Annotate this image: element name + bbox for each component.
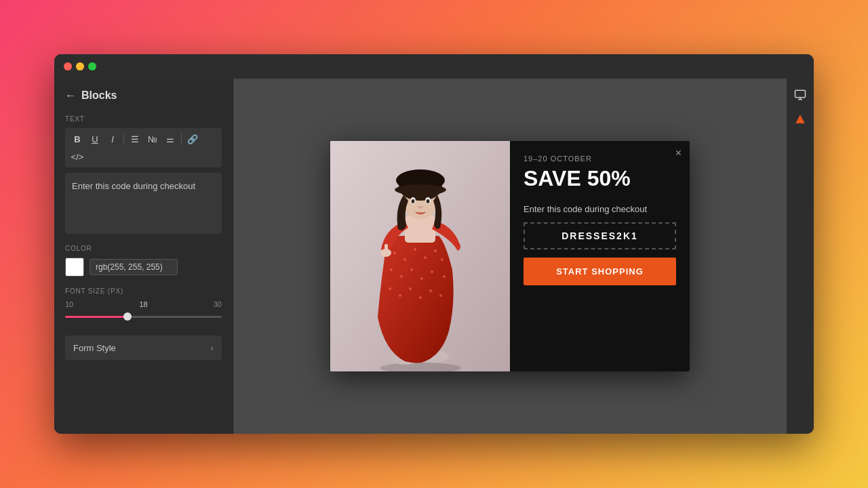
svg-rect-33 <box>795 90 806 98</box>
slider-fill <box>65 316 131 318</box>
svg-point-4 <box>393 251 396 254</box>
font-size-min: 10 <box>65 300 73 308</box>
color-value-input[interactable] <box>90 259 178 275</box>
sidebar-header: ← Blocks <box>65 89 222 102</box>
toolbar-divider-2 <box>181 133 182 145</box>
bold-button[interactable]: B <box>69 131 85 147</box>
svg-point-31 <box>412 199 415 203</box>
svg-point-19 <box>419 296 422 299</box>
unordered-list-button[interactable]: ☰ <box>127 131 143 147</box>
color-row <box>65 258 222 277</box>
color-swatch[interactable] <box>65 258 84 277</box>
slider-thumb[interactable] <box>123 312 132 321</box>
text-section-label: TEXT <box>65 115 222 123</box>
sidebar-title: Blocks <box>81 89 117 102</box>
font-size-current: 18 <box>139 300 147 308</box>
font-size-slider[interactable] <box>65 311 222 322</box>
text-toolbar: B U I ☰ № ⚌ 🔗 </> <box>65 128 222 167</box>
svg-point-15 <box>443 275 446 278</box>
text-editor-area[interactable]: Enter this code during checkout <box>65 173 222 234</box>
font-size-range-labels: 10 18 30 <box>65 300 222 308</box>
popup-modal: × 19–20 OCTOBER SAVE 50% Enter this code… <box>330 141 690 371</box>
svg-point-10 <box>390 268 393 271</box>
svg-rect-22 <box>405 216 435 243</box>
browser-content: ← Blocks TEXT B U I ☰ № ⚌ 🔗 </> Enter th… <box>54 79 814 434</box>
popup-cta-button[interactable]: START SHOPPING <box>524 258 676 285</box>
svg-point-13 <box>420 277 423 280</box>
font-size-section: FONT SIZE (PX) 10 18 30 <box>65 287 222 322</box>
main-canvas: × 19–20 OCTOBER SAVE 50% Enter this code… <box>233 79 787 434</box>
svg-point-21 <box>439 294 442 297</box>
code-button[interactable]: </> <box>69 148 85 165</box>
popup-subtext: Enter this code during checkout <box>524 204 676 214</box>
shape-icon[interactable] <box>789 108 811 130</box>
svg-point-14 <box>431 270 433 273</box>
svg-point-17 <box>399 294 401 297</box>
link-button[interactable]: 🔗 <box>184 131 201 147</box>
popup-headline: SAVE 50% <box>524 167 676 190</box>
popup-image-side <box>330 141 510 371</box>
form-style-label: Form Style <box>73 343 116 353</box>
dot-minimize[interactable] <box>76 62 84 70</box>
color-section: COLOR <box>65 245 222 277</box>
popup-close-button[interactable]: × <box>675 148 682 159</box>
svg-point-28 <box>395 184 446 195</box>
ordered-list-button[interactable]: № <box>144 131 161 147</box>
toolbar-divider <box>123 133 124 145</box>
svg-point-11 <box>400 275 403 278</box>
popup-image-placeholder <box>330 141 510 371</box>
dot-fullscreen[interactable] <box>88 62 96 70</box>
form-style-row[interactable]: Form Style › <box>65 336 222 360</box>
popup-date: 19–20 OCTOBER <box>524 155 676 163</box>
svg-rect-24 <box>384 244 388 253</box>
svg-point-20 <box>429 289 432 292</box>
back-arrow-icon[interactable]: ← <box>65 89 76 102</box>
svg-point-18 <box>409 287 412 290</box>
fashion-figure-svg <box>330 141 510 371</box>
svg-point-32 <box>427 199 430 203</box>
svg-point-12 <box>410 268 413 271</box>
font-size-max: 30 <box>214 300 222 308</box>
svg-point-9 <box>441 258 443 261</box>
browser-dots <box>64 62 96 70</box>
popup-code-box: DRESSES2K1 <box>524 222 676 249</box>
popup-content-side: × 19–20 OCTOBER SAVE 50% Enter this code… <box>510 141 690 371</box>
sidebar: ← Blocks TEXT B U I ☰ № ⚌ 🔗 </> Enter th… <box>54 79 233 434</box>
browser-titlebar <box>54 54 814 79</box>
svg-point-5 <box>403 258 406 261</box>
font-size-label: FONT SIZE (PX) <box>65 287 222 295</box>
svg-point-16 <box>389 287 391 290</box>
svg-point-6 <box>414 248 416 251</box>
color-section-label: COLOR <box>65 245 222 252</box>
svg-point-8 <box>434 249 437 252</box>
align-button[interactable]: ⚌ <box>162 131 178 147</box>
monitor-icon[interactable] <box>789 84 811 106</box>
svg-point-7 <box>424 256 427 259</box>
browser-window: ← Blocks TEXT B U I ☰ № ⚌ 🔗 </> Enter th… <box>54 54 814 434</box>
dot-close[interactable] <box>64 62 72 70</box>
italic-button[interactable]: I <box>104 131 121 147</box>
chevron-right-icon: › <box>210 342 214 353</box>
underline-button[interactable]: U <box>87 131 103 147</box>
right-toolbar <box>787 79 814 434</box>
